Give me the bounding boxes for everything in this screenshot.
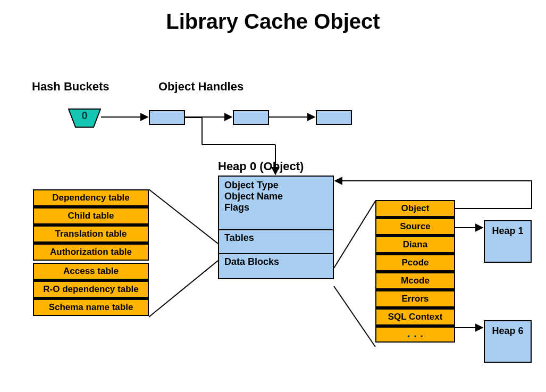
cell-child-table: Child table — [34, 207, 148, 225]
diagram-stage: Library Cache Object Hash Buckets Object… — [0, 0, 546, 392]
svg-line-6 — [149, 189, 218, 244]
tables-group-a: Dependency table Child table Translation… — [33, 189, 149, 261]
heap0-row-tables: Tables — [219, 230, 333, 254]
cell-schema-name-table: Schema name table — [34, 298, 148, 315]
hash-bucket: 0 — [68, 109, 101, 128]
label-hash-buckets: Hash Buckets — [32, 80, 110, 94]
cell-translation-table: Translation table — [34, 225, 148, 243]
object-handle-1 — [149, 110, 185, 125]
datablocks-group: Object Source Diana Pcode Mcode Errors S… — [375, 200, 455, 343]
heap0-box: Object Type Object Name Flags Tables Dat… — [218, 176, 334, 279]
cell-source: Source — [376, 218, 454, 236]
cell-dependency-table: Dependency table — [34, 190, 148, 207]
label-object-handles: Object Handles — [158, 80, 243, 94]
diagram-title: Library Cache Object — [0, 10, 546, 34]
cell-diana: Diana — [376, 236, 454, 254]
cell-ro-dependency-table: R-O dependency table — [34, 280, 148, 298]
cell-object: Object — [376, 201, 454, 218]
cell-authorization-table: Authorization table — [34, 243, 148, 260]
tables-group-b: Access table R-O dependency table Schema… — [33, 263, 149, 316]
svg-line-8 — [334, 201, 375, 268]
object-handle-2 — [233, 110, 269, 125]
cell-pcode: Pcode — [376, 254, 454, 272]
heap0-row-datablocks: Data Blocks — [219, 254, 333, 278]
cell-sql-context: SQL Context — [376, 308, 454, 326]
bucket-number: 0 — [68, 110, 101, 122]
heap0-object-type: Object Type — [224, 180, 327, 191]
cell-mcode: Mcode — [376, 272, 454, 290]
cell-more: . . . — [376, 326, 454, 341]
heap0-row-object: Object Type Object Name Flags — [219, 177, 333, 230]
heap0-flags: Flags — [224, 202, 327, 213]
object-handle-3 — [316, 110, 352, 125]
label-heap0: Heap 0 (Object) — [218, 160, 304, 173]
heap6-box: Heap 6 — [484, 320, 532, 363]
cell-access-table: Access table — [34, 264, 148, 280]
svg-line-9 — [334, 286, 375, 347]
heap1-box: Heap 1 — [484, 220, 532, 263]
cell-errors: Errors — [376, 290, 454, 308]
svg-line-7 — [149, 261, 218, 317]
heap0-object-name: Object Name — [224, 191, 327, 202]
